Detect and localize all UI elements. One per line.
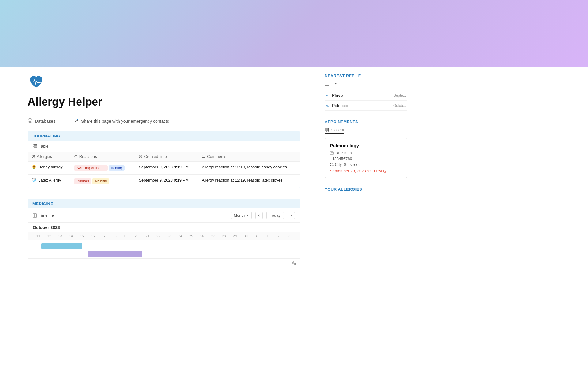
appointment-card[interactable]: Pulmonology Dr. Smith +123456789 C. City… — [325, 138, 407, 178]
share-label: Share this page with your emergency cont… — [81, 119, 169, 124]
date-cell: 31 — [251, 234, 262, 238]
date-cell: 23 — [164, 234, 175, 238]
refile-item-left: Pulmicort — [326, 103, 350, 108]
svg-rect-24 — [327, 130, 329, 132]
refile-item[interactable]: Plavix Septe... — [325, 91, 407, 101]
timeline-bar-2 — [88, 251, 142, 257]
comment-cell: Allergy reaction at 12:19, reason: honey… — [198, 162, 300, 175]
created-cell: September 9, 2023 9:19 PM — [135, 162, 198, 175]
date-cell: 21 — [142, 234, 153, 238]
chevron-down-icon — [246, 214, 249, 217]
toolbar-row: Databases Share this page with your emer… — [28, 118, 300, 124]
month-label: October 2023 — [28, 223, 300, 232]
reactions-cell: RashesRhinitis — [70, 175, 135, 188]
address: C. City, St. street — [330, 162, 360, 167]
refile-name: Plavix — [332, 93, 343, 98]
journaling-header: JOURNALING — [28, 131, 300, 141]
reactions-col-icon — [74, 155, 78, 159]
pin-icon — [74, 118, 79, 124]
nearest-refile-title: NEAREST REFILE — [325, 73, 407, 78]
header-banner — [0, 0, 588, 67]
date-cell: 27 — [208, 234, 219, 238]
svg-rect-22 — [327, 128, 329, 130]
timeline-view-label: Timeline — [39, 213, 54, 218]
reaction-tag: Swelling of the f... — [74, 165, 108, 171]
medicine-header: MEDICINE — [28, 199, 300, 208]
gallery-view-toggle[interactable]: Gallery — [325, 128, 344, 134]
your-allergies-section: YOUR ALLERGIES — [325, 187, 407, 192]
sidebar: NEAREST REFILE List Plavix Septe... — [318, 67, 417, 292]
today-button[interactable]: Today — [266, 212, 284, 219]
appointment-doctor: Dr. Smith — [330, 151, 402, 155]
table-row[interactable]: 🌻Honey allergySwelling of the f...Itchin… — [28, 162, 300, 175]
journaling-title: JOURNALING — [32, 134, 60, 138]
date-cell: 18 — [109, 234, 120, 238]
appointment-address: C. City, St. street — [330, 162, 402, 167]
expand-button[interactable] — [291, 260, 296, 266]
databases-button[interactable]: Databases — [28, 118, 55, 124]
appointments-title: APPOINTMENTS — [325, 119, 407, 124]
pill-icon — [326, 104, 330, 107]
date-cell: 29 — [229, 234, 240, 238]
month-selector[interactable]: Month — [231, 212, 252, 219]
list-icon — [325, 82, 329, 86]
pill-icon — [326, 94, 330, 97]
date-cell: 3 — [284, 234, 295, 238]
date-cell: 20 — [131, 234, 142, 238]
table-view-toggle[interactable]: Table — [28, 141, 300, 152]
share-button[interactable]: Share this page with your emergency cont… — [74, 118, 169, 124]
medicine-body: Timeline Month Today — [28, 208, 300, 268]
appointment-phone: +123456789 — [330, 156, 402, 161]
svg-rect-3 — [35, 144, 37, 146]
timeline-header: Timeline Month Today — [28, 208, 300, 223]
date-cell: 25 — [186, 234, 197, 238]
arrow-icon — [32, 155, 35, 159]
refile-date: Septe... — [394, 93, 406, 98]
comment-icon — [202, 155, 205, 159]
date-cell: 22 — [153, 234, 164, 238]
col-reactions: Reactions — [70, 152, 135, 162]
date-cell: 2 — [273, 234, 284, 238]
svg-rect-8 — [202, 155, 205, 157]
date-cell: 1 — [262, 234, 273, 238]
appointment-date-text: September 29, 2023 9:00 PM — [330, 169, 382, 173]
allergy-cell: 🌻Honey allergy — [28, 162, 70, 175]
databases-icon — [28, 118, 32, 124]
table-row[interactable]: 🩺Latex AllergyRashesRhinitisSeptember 9,… — [28, 175, 300, 188]
refile-item[interactable]: Pulmicort Octob... — [325, 101, 407, 111]
svg-point-6 — [76, 157, 76, 157]
refile-item-left: Plavix — [326, 93, 343, 98]
next-month-button[interactable] — [288, 212, 295, 219]
svg-rect-12 — [292, 261, 293, 263]
date-cell: 26 — [197, 234, 208, 238]
reaction-tag: Itching — [109, 165, 124, 171]
gallery-icon — [325, 128, 329, 132]
date-cell: 13 — [55, 234, 66, 238]
date-cell: 17 — [98, 234, 109, 238]
month-selector-label: Month — [234, 213, 245, 218]
col-comments: Comments — [198, 152, 300, 162]
databases-label: Databases — [35, 119, 55, 124]
date-cell: 24 — [175, 234, 186, 238]
your-allergies-title: YOUR ALLERGIES — [325, 187, 407, 192]
timeline-bar-1 — [41, 243, 82, 249]
svg-rect-5 — [35, 147, 37, 148]
reaction-tag: Rhinitis — [92, 178, 109, 184]
refile-date: Octob... — [393, 103, 406, 108]
col-allergies: Allergies — [28, 152, 70, 162]
doc-icon — [330, 151, 334, 155]
doctor-name: Dr. Smith — [335, 151, 352, 155]
svg-rect-23 — [325, 130, 326, 132]
table-icon — [33, 144, 37, 148]
refile-name: Pulmicort — [332, 103, 350, 108]
prev-month-button[interactable] — [255, 212, 263, 219]
date-cell: 14 — [66, 234, 77, 238]
appointment-title: Pulmonology — [330, 143, 402, 148]
phone-number: +123456789 — [330, 156, 352, 161]
nearest-refile-section: NEAREST REFILE List Plavix Septe... — [325, 73, 407, 111]
timeline-rows — [28, 240, 300, 258]
timeline-view-toggle[interactable]: Timeline — [33, 213, 54, 218]
svg-rect-13 — [294, 263, 296, 265]
list-view-toggle[interactable]: List — [325, 82, 337, 88]
nearest-refile-list: Plavix Septe... Pulmicort Octob... — [325, 91, 407, 111]
